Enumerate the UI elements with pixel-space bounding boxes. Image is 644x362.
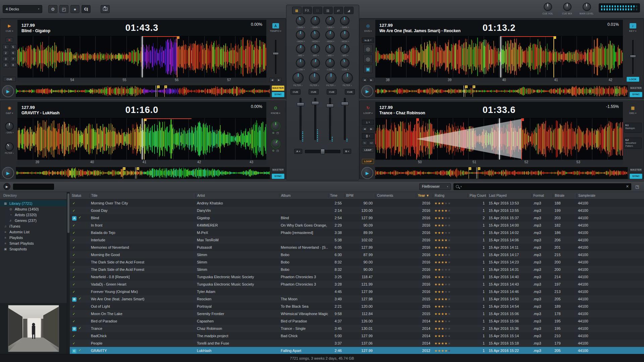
ch1-high-knob[interactable] [296,30,305,40]
track-row[interactable]: ✓InterludeMax TenRoM5:38102.022016★★★★★1… [70,236,644,244]
ch1-low-knob[interactable] [296,58,305,68]
track-row[interactable]: ✓Memories of NeverlandPutsasollMemories … [70,244,644,251]
column-header-last-played[interactable]: Last Played [487,193,531,198]
deck-a-hotcue-2[interactable]: 2 [3,50,9,55]
deck-a-jump-back-button[interactable]: ◀ [269,78,275,82]
mixer-tab-slope[interactable]: ◢ [344,7,354,14]
ch4-low-knob[interactable] [339,57,351,69]
ch2-low-knob[interactable] [310,58,321,68]
deck-a-sync-button[interactable]: SYNC [272,92,284,97]
deck-b-master-button[interactable]: MASTER [630,85,642,91]
track-row[interactable]: ✓Out of LightPortrayalTo the Black Sea2:… [70,303,644,310]
ch3-cue-button[interactable]: CUE [327,89,337,95]
sidebar-item-artists-2320-[interactable]: ◔Artists (2320) [0,212,67,218]
deck-c-waveform[interactable] [17,118,266,160]
track-row[interactable]: ✓Morning Over The CityAndrey Khatsko2:55… [70,199,644,207]
ch3-volume-fader[interactable] [326,98,334,144]
ch2-cue-button[interactable]: CUE [309,89,319,95]
track-row[interactable]: ✓Good DayDanyVin2:14120.002016★★★★★115 A… [70,207,644,214]
directory-input[interactable] [13,184,54,190]
filebrowser-select[interactable]: FileBrowser▾ [419,183,451,190]
record-icon[interactable]: ● [70,5,79,13]
deck-c-master-button[interactable]: MASTER [272,167,284,173]
ch2-fader-handle[interactable] [312,101,319,105]
column-header-samplerate[interactable]: Samplerate [576,193,604,198]
deck-a-tempo-select[interactable]: TEMPO▾ [270,29,281,33]
deck-a-overview[interactable]: 13 [16,85,270,97]
ch1-cue-button[interactable]: CUE [290,89,301,95]
deck-c-fx1-knob[interactable] [271,121,280,131]
mixer-tab-fx[interactable]: FX [303,7,312,14]
column-header-time[interactable]: Time [328,193,344,198]
deck-b-laptop-icon[interactable]: ▣ [363,65,373,73]
deck-d-loop-size-select[interactable]: 8▾ [362,133,374,139]
main-level-knob[interactable] [583,3,591,11]
deck-c-overview[interactable]: 13 [16,167,270,179]
deck-d-loop-button[interactable]: LOOP [362,159,374,164]
sidebar-item-automix-list[interactable]: ≡Automix List [0,229,67,235]
deck-d-loop-halve-button[interactable]: ½ [362,141,368,145]
deck-b-jump-back-button[interactable]: ◀ [362,78,368,82]
ch4-volume-fader[interactable] [341,98,348,144]
snapshot-camera-icon[interactable] [101,5,110,13]
ch1-mid-knob[interactable] [296,44,306,54]
crossfader[interactable] [305,150,340,153]
column-header-bpm[interactable]: BPM [344,193,375,198]
mixer-tab-pads[interactable]: ∷ [313,7,322,14]
ch2-mid-knob[interactable] [311,44,320,54]
deck-b-overview[interactable]: 13 [375,85,628,97]
deck-b-dvs-icon[interactable]: ◎ [365,23,371,28]
ch3-filter-knob[interactable] [325,72,336,83]
sidebar-item-albums-1450-[interactable]: ◎Albums (1450) [0,206,67,212]
deck-b-keylock-button[interactable]: LOCK [627,77,639,82]
deck-a-mode-select[interactable]: CUE▾ [6,29,13,33]
column-header-artist[interactable]: Artist [195,193,279,198]
deck-c-gain-knob[interactable] [5,122,14,131]
deck-c-knob-power-icon[interactable]: ⊙ [272,105,279,111]
deck-a-master-button[interactable]: MASTER [272,85,284,91]
sidebar-item-smart-playlists[interactable]: ≡Smart Playlists [0,240,67,246]
mixer-tab-routing[interactable]: ⇄ [334,7,343,14]
sidebar-item-itunes[interactable]: ♫iTunes [0,223,67,229]
ch1-gain-knob[interactable] [294,15,306,26]
ch2-filter-knob[interactable] [309,72,320,83]
app-logo-button[interactable]: C| [82,5,91,13]
deck-c-knob-select[interactable]: KNOB▾ [271,112,280,115]
ch4-fader-handle[interactable] [341,102,348,106]
deck-a-eject-button[interactable]: ✕ [6,37,13,43]
xfader-assign-b[interactable]: B▾ [343,149,351,154]
sidebar-item-genres-237-[interactable]: ♬Genres (237) [0,218,67,223]
ch4-gain-knob[interactable] [339,15,350,26]
ch3-mid-knob[interactable] [325,44,335,54]
deck-c-mode-select[interactable]: G&F▾ [6,112,13,115]
deck-a-hotcue-3[interactable]: 3 [3,56,9,61]
preview-play-button[interactable]: ▶ [3,183,10,190]
deck-a-pitch-fader[interactable] [273,40,279,74]
settings-gear-icon[interactable]: ⚙ [48,5,57,13]
column-header-bitrate[interactable]: Bitrate [553,193,576,198]
track-row[interactable]: C✓GRAVITYLukHashFalling Apart2:46127.992… [70,347,644,354]
deck-a-play-button[interactable]: ▶ [2,85,14,97]
ch4-high-knob[interactable] [340,30,350,40]
popout-window-icon[interactable]: ◳ [634,184,641,190]
deck-b-play-button[interactable]: ▶ [361,85,373,97]
deck-c-fx2-knob[interactable] [269,137,282,150]
deck-a-cue-mode-icon[interactable]: ▶ [6,23,13,28]
deck-d-overview[interactable]: 13 [375,167,628,179]
deck-b-turntable2-icon[interactable]: ◎ [363,55,373,63]
deck-d-loop-move-select[interactable]: 1▾ [362,120,374,125]
ch2-gain-knob[interactable] [311,16,320,25]
deck-b-turntable-icon[interactable]: ◎ [363,45,373,53]
deck-d-waveform[interactable] [375,118,623,160]
track-row[interactable]: ✓The Dark Side of the Acid ForestSlimmBo… [70,258,644,266]
deck-a-hotcue-5[interactable]: 5 [10,44,16,49]
deck-d-preset-1[interactable]: 0.1Backspin [624,123,642,133]
column-header-comments[interactable]: Comments [375,193,416,198]
deck-b-pitch-fader[interactable] [630,40,636,74]
deck-b-mode-select[interactable]: DVS▾ [364,29,372,33]
crossfader-handle[interactable] [321,149,325,155]
deck-d-gb1-icon[interactable]: ▦ [630,105,636,111]
deck-a-hotcue-8[interactable]: 8 [10,62,16,67]
column-header-rating[interactable]: Rating [433,193,468,198]
track-row[interactable]: ✓The Dark Side of the Acid ForestSlimmBo… [70,266,644,273]
